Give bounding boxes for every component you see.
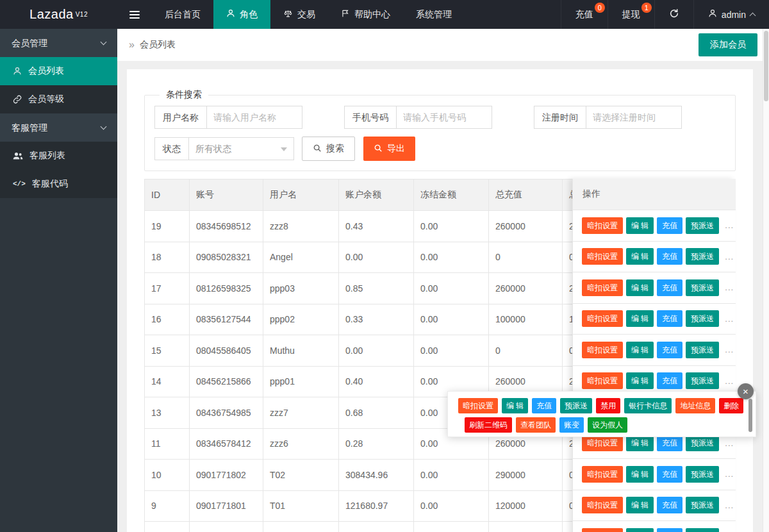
field-input-0[interactable] [206,106,302,129]
more-actions-button[interactable]: ... [725,501,734,510]
pre-dispatch-button[interactable]: 预派送 [686,372,719,389]
view-team-button[interactable]: 查看团队 [516,417,556,433]
cell-balance: 0.33 [339,304,414,335]
edit-button[interactable]: 编 辑 [626,435,654,451]
more-actions-button[interactable]: ... [725,438,734,448]
hidden-deduct-settings-button[interactable]: 暗扣设置 [582,279,623,296]
pre-dispatch-button[interactable]: 预派送 [686,528,719,532]
more-actions-button[interactable]: ... [725,345,734,354]
withdraw-nav-item[interactable]: 提现 1 [608,0,654,29]
bank-card-info-button[interactable]: 银行卡信息 [624,398,672,413]
sidebar-item-客服代码[interactable]: </>客服代码 [0,170,117,198]
cell-account: 08346578412 [190,429,263,460]
nav-item-0[interactable]: 后台首页 [152,0,213,29]
account-change-button[interactable]: 账变 [559,417,584,433]
pre-dispatch-button[interactable]: 预派送 [686,217,719,234]
edit-button[interactable]: 编 辑 [626,217,654,234]
recharge-button[interactable]: 充值 [657,248,682,265]
edit-button[interactable]: 编 辑 [626,310,654,327]
recharge-button[interactable]: 充值 [657,435,682,451]
pre-dispatch-button[interactable]: 预派送 [686,279,719,296]
popup-actions-row-2: 刷新二维码查看团队账变设为假人 [465,417,739,433]
search-button[interactable]: 搜索 [302,137,355,161]
hidden-deduct-settings-button[interactable]: 暗扣设置 [582,248,623,265]
recharge-button[interactable]: 充值 [657,342,682,358]
recharge-button[interactable]: 充值 [657,310,682,327]
hidden-deduct-settings-button[interactable]: 暗扣设置 [582,435,623,451]
status-select[interactable]: 所有状态 [188,137,294,160]
recharge-button[interactable]: 充值 [657,497,682,513]
sidebar-item-会员等级[interactable]: 会员等级 [0,85,117,113]
close-icon[interactable]: × [738,383,754,399]
disable-button[interactable]: 禁用 [596,398,620,413]
sidebar-item-会员列表[interactable]: 会员列表 [0,57,117,85]
edit-button[interactable]: 编 辑 [626,466,654,483]
more-actions-button[interactable]: ... [725,314,734,324]
cell-id: 15 [145,335,190,366]
cell-username: Angel [263,242,339,273]
recharge-button[interactable]: 充值 [657,372,682,389]
cell-frozen: 0.00 [414,211,489,242]
pre-dispatch-button[interactable]: 预派送 [686,342,719,358]
hidden-deduct-settings-button[interactable]: 暗扣设置 [582,466,623,483]
actions-row-15: 暗扣设置编 辑充值预派送... [573,335,736,366]
address-info-button[interactable]: 地址信息 [675,398,715,413]
edit-button[interactable]: 编 辑 [626,248,654,265]
nav-item-4[interactable]: 系统管理 [403,0,465,29]
page-scrollbar-thumb[interactable] [764,31,768,101]
more-actions-button[interactable]: ... [725,283,734,292]
recharge-nav-item[interactable]: 充值 0 [561,0,608,29]
page-scrollbar[interactable] [763,29,769,532]
delete-button[interactable]: 删除 [719,398,743,413]
edit-button[interactable]: 编 辑 [502,398,528,413]
recharge-button[interactable]: 充值 [657,217,682,234]
hidden-deduct-settings-button[interactable]: 暗扣设置 [582,372,623,389]
sidebar-group-0[interactable]: 会员管理 [0,29,117,57]
more-actions-button[interactable]: ... [725,376,734,386]
main-menu: 后台首页角色交易帮助中心系统管理 [152,0,465,29]
sidebar-item-客服列表[interactable]: 客服列表 [0,142,117,170]
hidden-deduct-settings-button[interactable]: 暗扣设置 [582,497,623,513]
hidden-deduct-settings-button[interactable]: 暗扣设置 [582,217,623,234]
set-fake-user-button[interactable]: 设为假人 [588,417,627,433]
menu-toggle-button[interactable] [117,0,152,29]
field-input-2[interactable] [586,106,682,129]
recharge-button[interactable]: 充值 [532,398,556,413]
edit-button[interactable]: 编 辑 [626,342,654,358]
hidden-deduct-settings-button[interactable]: 暗扣设置 [458,398,498,413]
sidebar-group-1[interactable]: 客服管理 [0,113,117,142]
more-actions-button[interactable]: ... [725,220,734,230]
refresh-qrcode-button[interactable]: 刷新二维码 [465,417,512,433]
hidden-deduct-settings-button[interactable]: 暗扣设置 [582,310,623,327]
pre-dispatch-button[interactable]: 预派送 [686,497,719,513]
hidden-deduct-settings-button[interactable]: 暗扣设置 [582,342,623,358]
edit-button[interactable]: 编 辑 [626,372,654,389]
field-input-1[interactable] [396,106,492,129]
popup-scrollbar[interactable] [748,399,752,432]
search-panel-legend: 条件搜索 [160,89,208,101]
pre-dispatch-button[interactable]: 预派送 [686,435,719,451]
nav-item-3[interactable]: 帮助中心 [328,0,403,29]
cell-account: 0901771801 [190,491,263,522]
pre-dispatch-button[interactable]: 预派送 [560,398,592,413]
more-actions-button[interactable]: ... [725,469,734,479]
pre-dispatch-button[interactable]: 预派送 [686,248,719,265]
recharge-button[interactable]: 充值 [657,279,682,296]
top-navbar: Lazada V12 后台首页角色交易帮助中心系统管理 充值 0 提现 1 [0,0,769,29]
recharge-button[interactable]: 充值 [657,466,682,483]
pre-dispatch-button[interactable]: 预派送 [686,466,719,483]
nav-item-1[interactable]: 角色 [213,0,270,29]
nav-item-2[interactable]: 交易 [270,0,328,29]
edit-button[interactable]: 编 辑 [626,279,654,296]
export-button[interactable]: 导出 [363,137,415,161]
more-actions-button[interactable]: ... [725,252,734,262]
hidden-deduct-settings-button[interactable]: 暗扣设置 [582,528,623,532]
recharge-button[interactable]: 充值 [657,528,682,532]
pre-dispatch-button[interactable]: 预派送 [686,310,719,327]
user-menu[interactable]: admin [693,0,769,29]
add-member-button[interactable]: 添加会员 [699,33,757,56]
edit-button[interactable]: 编 辑 [626,528,654,532]
navbar-right: 充值 0 提现 1 admin [561,0,769,29]
refresh-button[interactable] [654,0,693,29]
edit-button[interactable]: 编 辑 [626,497,654,513]
